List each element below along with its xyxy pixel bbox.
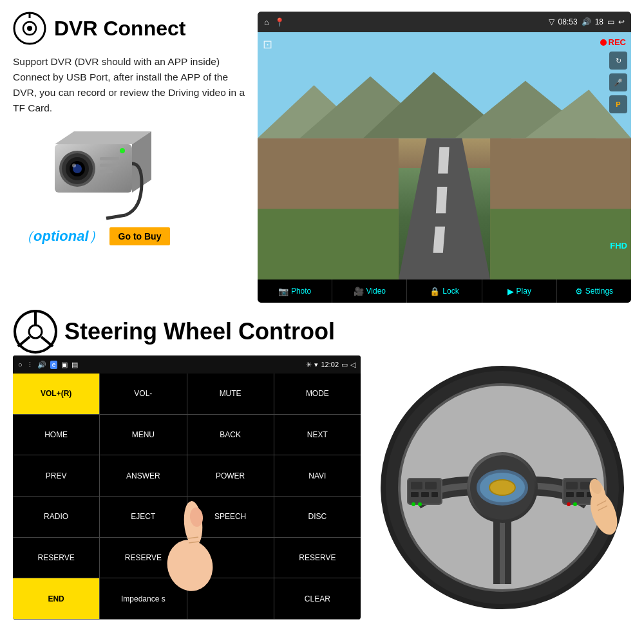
toolbar-photo[interactable]: 📷 Photo xyxy=(258,279,332,303)
ctrl-wifi-icon: ▾ xyxy=(314,361,318,369)
ctrl-table: VOL+(R) VOL- MUTE MODE HOME MENU BACK NE… xyxy=(13,374,361,620)
control-table-wrap: ○ ⋮ 🔊 e ▣ ▤ ✳ ▾ 12:02 ▭ ◁ xyxy=(13,355,361,620)
svg-point-2 xyxy=(27,26,32,31)
svg-rect-55 xyxy=(411,492,419,497)
table-row: END Impedance s CLEAR xyxy=(13,578,361,620)
table-row: PREV ANSWER POWER NAVI xyxy=(13,455,361,497)
cell-prev: PREV xyxy=(13,455,100,496)
svg-rect-15 xyxy=(100,164,119,167)
svg-rect-56 xyxy=(421,492,429,497)
svg-point-68 xyxy=(573,502,577,506)
dvr-left-panel: DVR Connect Support DVR (DVR should with… xyxy=(13,12,258,303)
svg-point-13 xyxy=(120,148,125,153)
battery-icon: ▭ xyxy=(607,17,614,26)
toolbar-settings[interactable]: ⚙ Settings xyxy=(557,279,631,303)
cell-speech: SPEECH xyxy=(187,497,274,537)
play-label: Play xyxy=(516,287,531,296)
ctrl-icon3: ▤ xyxy=(71,361,78,369)
cell-mute: MUTE xyxy=(187,374,274,414)
rotate-icon-btn[interactable]: ↻ xyxy=(609,52,627,70)
mic-icon-btn[interactable]: 🎤 xyxy=(609,73,627,91)
cell-reserve1: RESERVE xyxy=(13,538,100,578)
photo-icon: 📷 xyxy=(278,287,289,296)
ctrl-bluetooth-icon: ✳ xyxy=(306,361,312,369)
road-scene xyxy=(258,32,631,279)
svg-rect-29 xyxy=(258,209,399,279)
cell-home: HOME xyxy=(13,415,100,455)
fhd-badge: FHD xyxy=(610,241,627,251)
signal-icon: ▽ xyxy=(549,17,554,26)
open-paren: （ xyxy=(19,227,33,246)
dvr-right-panel: ⌂ 📍 ▽ 08:53 🔊 18 ▭ ↩ xyxy=(258,12,631,303)
ctrl-status-left: ○ ⋮ 🔊 e ▣ ▤ xyxy=(18,361,78,369)
ctrl-menu-icon: ⋮ xyxy=(26,361,33,369)
cell-back: BACK xyxy=(187,415,274,455)
ctrl-icon2: ▣ xyxy=(61,361,68,369)
svg-rect-57 xyxy=(431,492,438,497)
cell-disc: DISC xyxy=(274,497,361,537)
screen-content: REC ⊡ ↻ 🎤 P FHD xyxy=(258,32,631,279)
steering-wheel-svg xyxy=(380,365,625,610)
svg-point-12 xyxy=(72,164,76,167)
table-row: RADIO EJECT SPEECH DISC xyxy=(13,497,361,538)
svg-point-32 xyxy=(29,325,42,338)
dvr-camera-image xyxy=(23,125,151,222)
svg-rect-16 xyxy=(100,170,113,173)
steering-title: Steering Wheel Controol xyxy=(64,318,335,345)
ctrl-status-right: ✳ ▾ 12:02 ▭ ◁ xyxy=(306,361,355,369)
cell-reserve2: RESERVE xyxy=(100,538,187,578)
cell-reserve3: RESERVE xyxy=(274,538,361,578)
screen-toolbar: 📷 Photo 🎥 Video 🔒 Lock ▶ Play ⚙ Set xyxy=(258,279,631,303)
cell-next: NEXT xyxy=(274,415,361,455)
rec-badge: REC xyxy=(600,37,626,47)
steering-header-row: Steering Wheel Controol xyxy=(0,309,644,355)
p-icon-btn[interactable]: P xyxy=(609,95,627,113)
location-icon: 📍 xyxy=(274,17,285,27)
cell-power: POWER xyxy=(187,455,274,496)
ctrl-statusbar: ○ ⋮ 🔊 e ▣ ▤ ✳ ▾ 12:02 ▭ ◁ xyxy=(13,355,361,374)
speaker-icon: 🔊 xyxy=(582,17,591,26)
bottom-content: ○ ⋮ 🔊 e ▣ ▤ ✳ ▾ 12:02 ▭ ◁ xyxy=(0,355,644,620)
statusbar-right: ▽ 08:53 🔊 18 ▭ ↩ xyxy=(549,17,625,26)
time-display: 08:53 xyxy=(558,17,578,26)
cell-radio: RADIO xyxy=(13,497,100,537)
dvr-title: DVR Connect xyxy=(54,17,185,41)
rec-dot xyxy=(600,39,607,46)
settings-label: Settings xyxy=(585,287,613,296)
ctrl-circle-icon: ○ xyxy=(18,361,23,368)
optional-row: （ optional ） Go to Buy xyxy=(13,227,251,246)
ctrl-speaker-icon: 🔊 xyxy=(37,361,46,369)
toolbar-lock[interactable]: 🔒 Lock xyxy=(407,279,482,303)
steering-wheel-icon xyxy=(13,309,58,354)
ctrl-back-icon: ◁ xyxy=(350,361,355,369)
cell-navi: NAVI xyxy=(274,455,361,496)
side-icons: ↻ 🎤 P xyxy=(609,52,627,113)
toolbar-play[interactable]: ▶ Play xyxy=(482,279,557,303)
cell-end: END xyxy=(13,578,100,619)
svg-point-58 xyxy=(412,502,415,506)
cell-eject: EJECT xyxy=(100,497,187,537)
rec-label: REC xyxy=(609,37,626,47)
play-icon: ▶ xyxy=(507,287,514,296)
svg-line-35 xyxy=(41,337,53,346)
dvr-header: DVR Connect xyxy=(13,12,251,45)
dvr-icon xyxy=(13,12,46,45)
go-to-buy-button[interactable]: Go to Buy xyxy=(109,227,171,245)
ctrl-app-icon: e xyxy=(50,361,58,369)
svg-marker-25 xyxy=(436,187,448,213)
ctrl-screen: ○ ⋮ 🔊 e ▣ ▤ ✳ ▾ 12:02 ▭ ◁ xyxy=(13,355,361,620)
battery-level: 18 xyxy=(595,17,603,26)
screen-statusbar: ⌂ 📍 ▽ 08:53 🔊 18 ▭ ↩ xyxy=(258,12,631,32)
video-icon: 🎥 xyxy=(354,287,364,296)
video-label: Video xyxy=(366,287,386,296)
settings-icon: ⚙ xyxy=(575,287,583,296)
ctrl-battery-icon: ▭ xyxy=(341,361,348,369)
steering-icon-svg xyxy=(13,309,58,354)
toolbar-video[interactable]: 🎥 Video xyxy=(332,279,407,303)
dvr-section: DVR Connect Support DVR (DVR should with… xyxy=(0,0,644,309)
camera-svg xyxy=(23,125,151,222)
table-row: HOME MENU BACK NEXT xyxy=(13,415,361,456)
home-icon: ⌂ xyxy=(264,17,269,27)
svg-rect-53 xyxy=(411,482,422,489)
table-row: VOL+(R) VOL- MUTE MODE xyxy=(13,374,361,415)
